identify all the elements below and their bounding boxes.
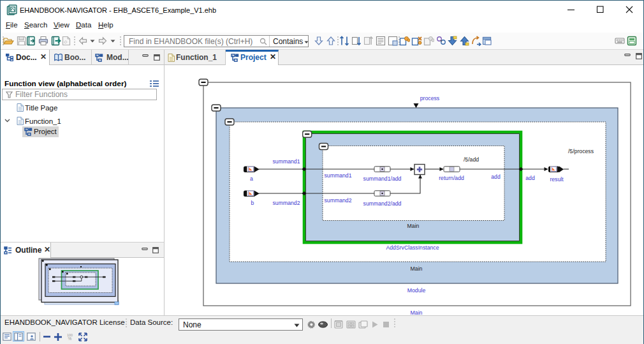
svg-text:%: %	[68, 336, 72, 341]
svg-text:summand1/add: summand1/add	[363, 176, 402, 182]
svg-text:result: result	[550, 176, 564, 183]
svg-text:Main: Main	[411, 310, 423, 316]
svg-text:/5/add: /5/add	[464, 156, 479, 163]
svg-text:add: add	[525, 175, 535, 181]
svg-text:b: b	[251, 200, 254, 206]
svg-text:process: process	[420, 95, 440, 101]
svg-text:summand2/add: summand2/add	[363, 200, 402, 207]
svg-text:a: a	[250, 176, 253, 182]
svg-text:Main: Main	[411, 265, 423, 272]
svg-text:summand2: summand2	[325, 197, 352, 204]
svg-text:add: add	[491, 174, 501, 180]
svg-text:summand2: summand2	[273, 200, 300, 206]
svg-text:return/add: return/add	[439, 175, 464, 181]
svg-text:Module: Module	[407, 287, 426, 294]
svg-text:Main: Main	[407, 223, 420, 229]
svg-text:summand1: summand1	[325, 172, 352, 179]
svg-text:AddSrvClassInstance: AddSrvClassInstance	[386, 244, 439, 251]
svg-text:/5/process: /5/process	[568, 148, 594, 154]
svg-text:summand1: summand1	[273, 158, 300, 165]
